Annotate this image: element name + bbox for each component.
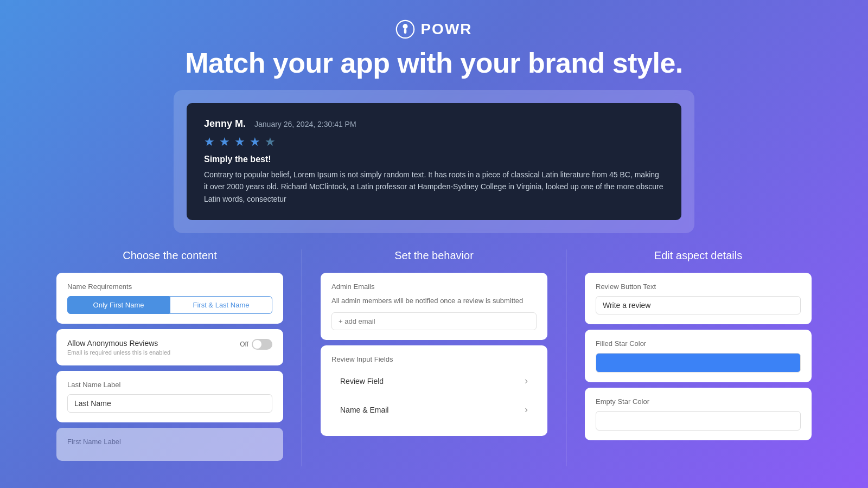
allow-anonymous-card: Allow Anonymous Reviews Email is require… [56,329,283,365]
only-first-name-button[interactable]: Only First Name [67,296,170,314]
svg-rect-2 [404,29,407,34]
content-section: Choose the content Name Requirements Onl… [43,249,296,466]
headline: Match your app with your brand style. [0,47,868,79]
review-input-fields-card: Review Input Fields Review Field › Name … [321,345,547,436]
review-body: Contrary to popular belief, Lorem Ipsum … [204,169,664,205]
star-3: ★ [234,135,247,148]
divider-1 [302,249,302,466]
name-requirements-card: Name Requirements Only First Name First … [56,273,283,324]
header: POWR Match your app with your brand styl… [0,0,868,90]
name-requirements-toggle-group: Only First Name First & Last Name [67,296,272,314]
review-date: January 26, 2024, 2:30:41 PM [254,120,356,129]
review-card: Jenny M. January 26, 2024, 2:30:41 PM ★ … [187,103,681,220]
allow-anonymous-sublabel: Email is required unless this is enabled [67,349,170,356]
review-input-fields-label: Review Input Fields [331,355,537,363]
star-4: ★ [250,135,263,148]
review-field-label: Review Field [340,377,384,386]
allow-anonymous-toggle[interactable]: Off [240,339,272,350]
star-rating: ★ ★ ★ ★ ★ [204,135,664,148]
content-section-title: Choose the content [56,249,283,262]
add-email-input[interactable] [331,312,537,330]
empty-star-color-label: Empty Star Color [596,397,801,406]
allow-anonymous-row: Allow Anonymous Reviews Email is require… [67,339,272,356]
first-last-name-button[interactable]: First & Last Name [170,296,272,314]
last-name-label-heading: Last Name Label [67,381,272,389]
behavior-section-title: Set the behavior [321,249,547,262]
empty-star-color-card: Empty Star Color [585,388,812,440]
review-button-text-input[interactable] [596,296,801,314]
behavior-section: Set the behavior Admin Emails All admin … [308,249,560,466]
review-header: Jenny M. January 26, 2024, 2:30:41 PM [204,118,664,130]
review-field-row[interactable]: Review Field › [331,369,537,393]
filled-star-color-card: Filled Star Color [585,330,812,382]
allow-anonymous-label: Allow Anonymous Reviews [67,339,170,348]
last-name-label-card: Last Name Label [56,371,283,422]
empty-star-color-swatch[interactable] [596,411,801,431]
name-email-chevron-icon: › [525,404,528,415]
svg-point-1 [403,24,408,29]
first-name-label-card: First Name Label [56,428,283,461]
switch-track[interactable] [252,339,272,350]
first-name-label-heading: First Name Label [67,438,272,446]
logo-text: POWR [420,21,472,38]
review-field-chevron-icon: › [525,375,528,387]
review-button-text-card: Review Button Text [585,273,812,324]
divider-2 [566,249,566,466]
aspect-section-title: Edit aspect details [585,249,812,262]
admin-emails-label: Admin Emails [331,282,537,291]
bottom-sections: Choose the content Name Requirements Onl… [0,233,868,466]
review-button-text-label: Review Button Text [596,282,801,291]
name-email-row[interactable]: Name & Email › [331,397,537,422]
preview-area: Jenny M. January 26, 2024, 2:30:41 PM ★ … [174,90,694,233]
name-requirements-label: Name Requirements [67,282,272,291]
admin-emails-desc: All admin members will be notified once … [331,296,537,306]
name-email-label: Name & Email [340,406,388,414]
logo: POWR [0,20,868,39]
star-1: ★ [204,135,217,148]
allow-anonymous-info: Allow Anonymous Reviews Email is require… [67,339,170,356]
filled-star-color-swatch[interactable] [596,353,801,373]
toggle-off-label: Off [240,341,248,348]
filled-star-color-label: Filled Star Color [596,339,801,348]
last-name-input[interactable] [67,394,272,413]
aspect-section: Edit aspect details Review Button Text F… [572,249,825,466]
star-2: ★ [219,135,232,148]
star-5: ★ [265,135,278,148]
switch-knob [253,340,261,349]
powr-logo-icon [395,20,415,39]
reviewer-name: Jenny M. [204,118,246,130]
admin-emails-card: Admin Emails All admin members will be n… [321,273,547,340]
review-title: Simply the best! [204,155,664,164]
